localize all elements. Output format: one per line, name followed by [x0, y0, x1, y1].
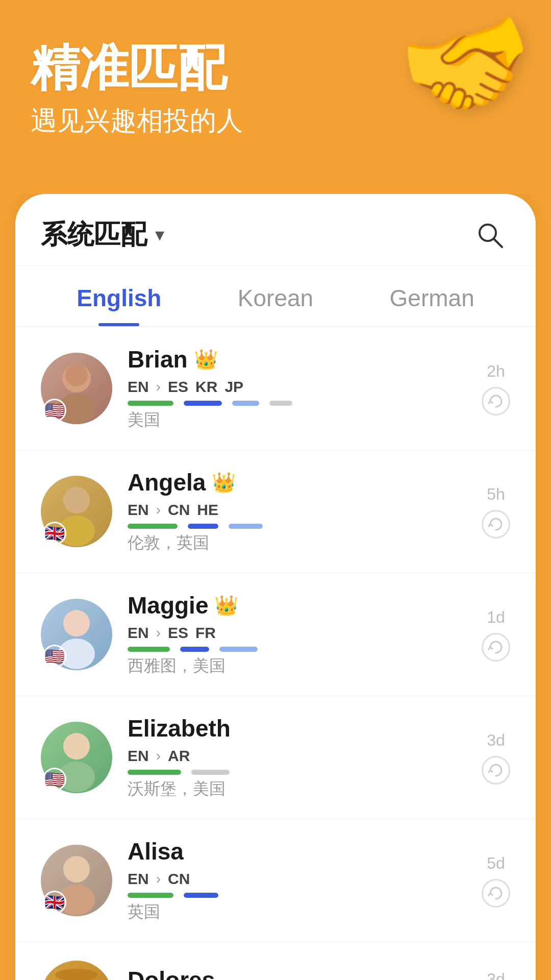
time-ago: 3d [487, 731, 505, 750]
user-name-row: Dolores [128, 966, 466, 980]
user-location: 美国 [128, 409, 466, 431]
user-info: AlisaEN›CN英国 [128, 838, 466, 923]
lang-bar [184, 401, 222, 406]
lang-bars [128, 524, 466, 529]
list-item[interactable]: 🇬🇧AlisaEN›CN英国5d [15, 819, 536, 942]
lang-from-tag: EN [128, 624, 149, 642]
user-name: Angela [128, 469, 206, 496]
chevron-down-icon: ▾ [155, 224, 164, 246]
arrow-right-icon: › [156, 871, 161, 887]
lang-to-tag: ES [168, 378, 188, 396]
avatar: 🇬🇧 [41, 476, 112, 547]
arrow-right-icon: › [156, 625, 161, 641]
right-meta: 5h [482, 485, 510, 538]
lang-bar [229, 524, 263, 529]
user-location: 沃斯堡，美国 [128, 778, 466, 800]
lang-tags-row: EN›ESKRJP [128, 378, 466, 396]
list-item[interactable]: 🇺🇸Brian👑EN›ESKRJP美国2h [15, 327, 536, 450]
flag-badge: 🇬🇧 [43, 891, 66, 914]
lang-from-tag: EN [128, 870, 149, 888]
svg-point-15 [55, 969, 98, 980]
lang-tags-row: EN›ESFR [128, 624, 466, 642]
crown-icon: 👑 [212, 471, 236, 494]
lang-bar [184, 893, 218, 898]
avatar: 🇺🇸 [41, 353, 112, 424]
search-title-group[interactable]: 系统匹配 ▾ [41, 217, 164, 253]
user-name: Dolores [128, 966, 215, 980]
refresh-icon[interactable] [482, 756, 510, 785]
list-item[interactable]: 🇺🇸Maggie👑EN›ESFR西雅图，美国1d [15, 573, 536, 696]
tab-english[interactable]: English [41, 266, 197, 326]
user-name-row: Maggie👑 [128, 592, 466, 619]
crown-icon: 👑 [214, 594, 238, 617]
user-name-row: Brian👑 [128, 346, 466, 373]
lang-tags-row: EN›CN [128, 870, 466, 888]
time-ago: 1d [487, 608, 505, 627]
search-button[interactable] [469, 214, 510, 255]
time-ago: 3d [487, 970, 505, 981]
lang-bar [219, 647, 258, 652]
search-header: 系统匹配 ▾ [15, 194, 536, 266]
search-icon [475, 220, 504, 249]
svg-point-5 [63, 487, 90, 513]
lang-bar [191, 770, 230, 775]
svg-point-9 [63, 733, 90, 760]
svg-point-7 [63, 610, 90, 636]
lang-bar [128, 647, 170, 652]
user-list: 🇺🇸Brian👑EN›ESKRJP美国2h🇬🇧Angela👑EN›CNHE伦敦，… [15, 327, 536, 980]
right-meta: 3d [482, 970, 510, 981]
user-name: Maggie [128, 592, 208, 619]
avatar: 🇺🇸 [41, 722, 112, 793]
lang-to-tag: HE [197, 501, 218, 519]
list-item[interactable]: 🇺🇸DoloresEN›KR3d [15, 942, 536, 980]
tab-german[interactable]: German [354, 266, 510, 326]
user-info: DoloresEN›KR [128, 966, 466, 980]
lang-from-tag: EN [128, 501, 149, 519]
avatar: 🇺🇸 [41, 961, 112, 980]
arrow-right-icon: › [156, 379, 161, 395]
list-item[interactable]: 🇬🇧Angela👑EN›CNHE伦敦，英国5h [15, 450, 536, 573]
time-ago: 2h [487, 362, 505, 381]
list-item[interactable]: 🇺🇸ElizabethEN›AR沃斯堡，美国3d [15, 696, 536, 819]
refresh-icon[interactable] [482, 510, 510, 538]
lang-to-tag: AR [168, 747, 190, 765]
tab-korean[interactable]: Korean [197, 266, 354, 326]
user-name: Elizabeth [128, 715, 231, 742]
flag-badge: 🇺🇸 [43, 768, 66, 791]
arrow-right-icon: › [156, 502, 161, 518]
lang-bar [128, 401, 173, 406]
flag-badge: 🇺🇸 [43, 645, 66, 668]
lang-bars [128, 893, 466, 898]
lang-to-tag: FR [195, 624, 216, 642]
refresh-icon[interactable] [482, 633, 510, 662]
svg-line-1 [494, 239, 502, 247]
lang-to-tag: JP [224, 378, 243, 396]
avatar: 🇬🇧 [41, 845, 112, 916]
user-location: 伦敦，英国 [128, 532, 466, 554]
lang-tags-row: EN›CNHE [128, 501, 466, 519]
lang-bar [232, 401, 259, 406]
time-ago: 5h [487, 485, 505, 504]
user-name-row: Alisa [128, 838, 466, 865]
refresh-icon[interactable] [482, 387, 510, 415]
arrow-right-icon: › [156, 748, 161, 764]
svg-point-11 [63, 856, 90, 883]
language-tabs: English Korean German [15, 266, 536, 327]
lang-bars [128, 647, 466, 652]
lang-to-tag: KR [195, 378, 217, 396]
flag-badge: 🇬🇧 [43, 522, 66, 545]
user-name: Brian [128, 346, 188, 373]
user-info: ElizabethEN›AR沃斯堡，美国 [128, 715, 466, 800]
lang-bar [128, 893, 173, 898]
user-name: Alisa [128, 838, 184, 865]
user-info: Angela👑EN›CNHE伦敦，英国 [128, 469, 466, 554]
lang-to-tag: ES [168, 624, 188, 642]
lang-bar [180, 647, 209, 652]
refresh-icon[interactable] [482, 879, 510, 908]
right-meta: 3d [482, 731, 510, 785]
lang-bar [128, 524, 178, 529]
user-name-row: Elizabeth [128, 715, 466, 742]
lang-bar [128, 770, 181, 775]
right-meta: 2h [482, 362, 510, 415]
lang-bars [128, 401, 466, 406]
